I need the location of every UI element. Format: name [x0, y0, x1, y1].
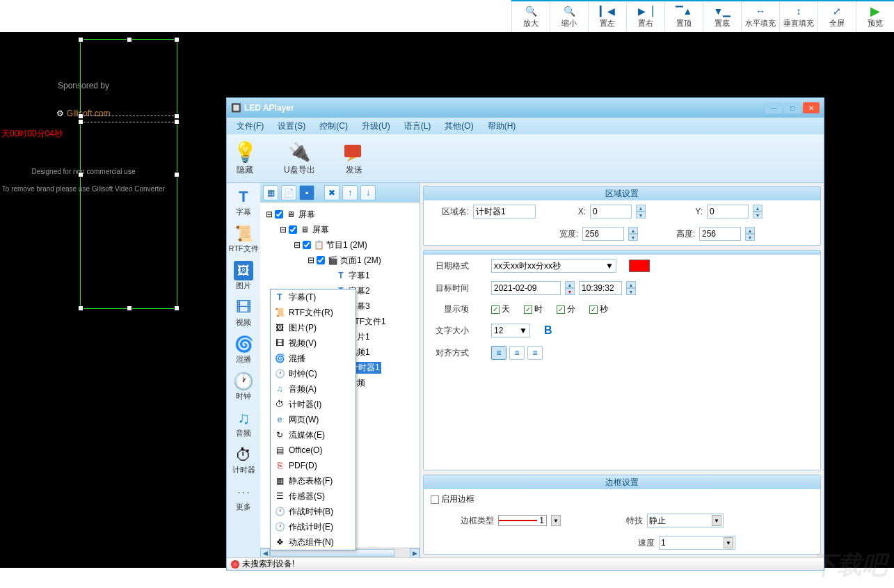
tree-subtitle1[interactable]: T字幕1	[263, 268, 417, 283]
color-swatch[interactable]	[629, 260, 650, 272]
menu-file[interactable]: 文件(F)	[230, 120, 271, 132]
menubar: 文件(F) 设置(S) 控制(C) 升级(U) 语言(L) 其他(O) 帮助(H…	[227, 118, 824, 134]
ctx-audio[interactable]: ♫音频(A)	[271, 381, 356, 397]
video-tool[interactable]: 🎞视频	[228, 298, 260, 328]
zoom-out-button[interactable]: 🔍缩小	[550, 1, 588, 32]
mix-tool[interactable]: 🌀混播	[228, 335, 260, 365]
clock-tool[interactable]: 🕐时钟	[228, 372, 260, 402]
zoom-in-button[interactable]: 🔍放大	[511, 1, 550, 32]
ctx-table[interactable]: ▦静态表格(F)	[271, 473, 356, 488]
align-center-btn[interactable]: ≡	[509, 346, 525, 360]
play-icon: ▶	[870, 6, 881, 17]
fullscreen-button[interactable]: ⤢全屏	[817, 1, 856, 32]
menu-help[interactable]: 帮助(H)	[481, 120, 523, 132]
second-checkbox[interactable]: ✓秒	[589, 303, 608, 315]
fill-vertical-button[interactable]: ↕垂直填充	[779, 1, 817, 32]
ctx-pdf[interactable]: ⎘PDF(D)	[271, 458, 356, 473]
target-date-input[interactable]	[491, 281, 561, 295]
scroll-right-button[interactable]: ▶	[410, 548, 420, 558]
display-label: 显示项	[431, 303, 469, 315]
more-tool[interactable]: ⋯更多	[228, 482, 260, 512]
hour-checkbox[interactable]: ✓时	[524, 303, 543, 315]
new-button[interactable]: 📄	[281, 185, 296, 200]
y-spinner[interactable]: ▲▼	[753, 205, 763, 218]
action-toolbar: 💡隐藏 🔌U盘导出 发送	[227, 134, 824, 183]
ctx-subtitle[interactable]: T字幕(T)	[271, 289, 356, 305]
send-button[interactable]: 发送	[343, 141, 365, 176]
enable-border-checkbox[interactable]: 启用边框	[431, 493, 474, 505]
ctx-video[interactable]: 🎞视频(V)	[271, 335, 356, 351]
tree-program[interactable]: ⊟📋节目1 (2M)	[263, 237, 417, 253]
ctx-image[interactable]: 🖼图片(P)	[271, 320, 356, 335]
border-type-dropdown[interactable]: ▼	[551, 515, 561, 526]
image-icon: 🖼	[234, 261, 253, 280]
ctx-timer[interactable]: ⏱计时器(I)	[271, 397, 356, 412]
fill-horizontal-button[interactable]: ↔水平填充	[741, 1, 779, 32]
height-input[interactable]	[699, 227, 741, 241]
usb-export-button[interactable]: 🔌U盘导出	[284, 141, 315, 176]
menu-settings[interactable]: 设置(S)	[271, 120, 312, 132]
close-button[interactable]: ✕	[803, 102, 820, 113]
timer-tool[interactable]: ⏱计时器	[228, 445, 260, 475]
tree-page[interactable]: ⊟🎬页面1 (2M)	[263, 253, 417, 268]
tree-screen[interactable]: ⊟🖥屏幕	[263, 222, 417, 237]
align-right-button[interactable]: ▶▕置右	[626, 1, 664, 32]
x-spinner[interactable]: ▲▼	[636, 205, 646, 218]
audio-tool[interactable]: ♫音频	[228, 408, 260, 438]
ctx-rtf[interactable]: 📜RTF文件(R)	[271, 305, 356, 320]
effect-select[interactable]: 静止▼	[647, 514, 724, 527]
date-format-select[interactable]: xx天xx时xx分xx秒▼	[491, 259, 616, 273]
area-name-input[interactable]	[473, 205, 536, 218]
ctx-battle-clock[interactable]: 🕐作战时钟(B)	[271, 504, 356, 519]
image-tool[interactable]: 🖼图片	[228, 261, 260, 291]
target-time-input[interactable]	[579, 281, 622, 295]
ctx-sensor[interactable]: ☰传感器(S)	[271, 488, 356, 504]
scroll-left-button[interactable]: ◀	[260, 548, 270, 558]
ctx-stream[interactable]: ↻流媒体(E)	[271, 427, 356, 443]
speed-select[interactable]: 1▼	[659, 536, 735, 550]
width-spinner[interactable]: ▲▼	[628, 227, 638, 241]
ctx-office[interactable]: ▤Office(O)	[271, 443, 356, 458]
align-right-btn[interactable]: ≡	[527, 346, 543, 360]
move-up-button[interactable]: ↑	[342, 185, 358, 200]
menu-control[interactable]: 控制(C)	[312, 120, 355, 132]
width-input[interactable]	[582, 227, 624, 241]
align-left-button[interactable]: ▎◀置左	[588, 1, 626, 32]
titlebar[interactable]: 🔲 LED APlayer ─ □ ✕	[227, 98, 824, 118]
selection-box[interactable]	[80, 39, 177, 309]
x-input[interactable]	[590, 205, 632, 218]
font-size-select[interactable]: 12▼	[491, 324, 530, 337]
bold-button[interactable]: B	[544, 324, 552, 337]
square-button[interactable]: ▪	[299, 185, 314, 200]
rtf-tool[interactable]: 📜RTF文件	[228, 224, 260, 254]
date-spinner[interactable]: ▲▼	[565, 281, 575, 295]
minimize-button[interactable]: ─	[765, 102, 782, 113]
tree-root[interactable]: ⊟🖥屏幕	[263, 207, 417, 222]
day-checkbox[interactable]: ✓天	[491, 303, 510, 315]
ctx-battle-timer[interactable]: 🕐作战计时(E)	[271, 519, 356, 534]
inner-selection[interactable]	[80, 116, 177, 122]
ctx-dynamic[interactable]: ❖动态组件(N)	[271, 534, 356, 550]
move-down-button[interactable]: ↓	[360, 185, 376, 200]
align-bottom-button[interactable]: ▼▁置底	[703, 1, 741, 32]
time-spinner[interactable]: ▲▼	[626, 281, 636, 295]
delete-button[interactable]: ✖	[324, 185, 340, 200]
preview-button[interactable]: ▶预览	[856, 1, 894, 32]
menu-other[interactable]: 其他(O)	[438, 120, 480, 132]
ctx-clock[interactable]: 🕐时钟(C)	[271, 366, 356, 381]
border-settings-group: 边框设置 启用边框 边框类型 1 ▼ 特技 静止▼ 速度 1▼	[423, 475, 821, 555]
align-left-btn[interactable]: ≡	[491, 346, 506, 360]
hide-button[interactable]: 💡隐藏	[234, 141, 256, 176]
menu-language[interactable]: 语言(L)	[397, 120, 438, 132]
height-spinner[interactable]: ▲▼	[745, 227, 755, 241]
subtitle-tool[interactable]: T字幕	[228, 187, 260, 217]
maximize-button[interactable]: □	[784, 102, 801, 113]
ctx-webpage[interactable]: e网页(W)	[271, 412, 356, 427]
grid-button[interactable]: ▦	[263, 185, 278, 200]
align-top-button[interactable]: ▔▲置顶	[664, 1, 703, 32]
y-input[interactable]	[707, 205, 749, 218]
ctx-mix[interactable]: 🌀混播	[271, 351, 356, 366]
menu-upgrade[interactable]: 升级(U)	[355, 120, 397, 132]
border-settings-title: 边框设置	[424, 475, 820, 489]
minute-checkbox[interactable]: ✓分	[557, 303, 575, 315]
